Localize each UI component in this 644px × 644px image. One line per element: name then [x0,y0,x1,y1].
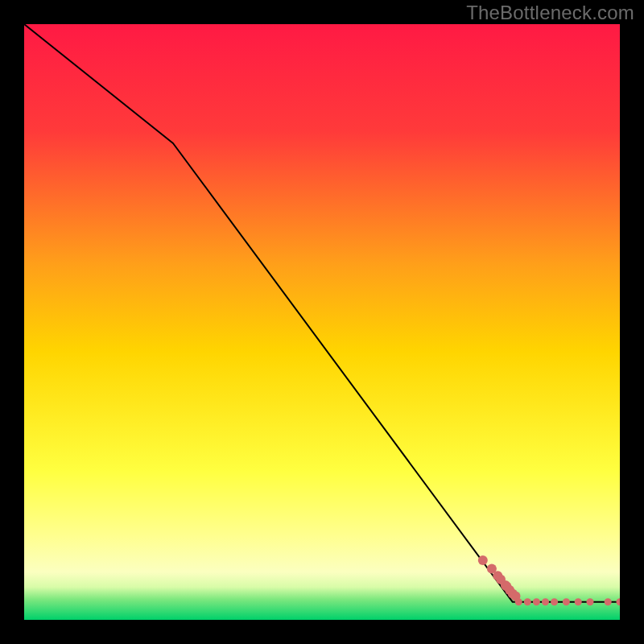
data-point [563,598,570,605]
data-point [542,598,549,605]
gradient-background [24,24,620,620]
chart-frame: TheBottleneck.com [0,0,644,644]
watermark-text: TheBottleneck.com [466,2,634,24]
data-point [551,598,558,605]
data-point [515,598,522,605]
plot-area [24,24,620,620]
data-point [524,598,531,605]
data-point [533,598,540,605]
data-point [587,598,594,605]
data-point [575,598,582,605]
data-point [605,598,612,605]
data-point [478,555,488,565]
chart-svg [24,24,620,620]
